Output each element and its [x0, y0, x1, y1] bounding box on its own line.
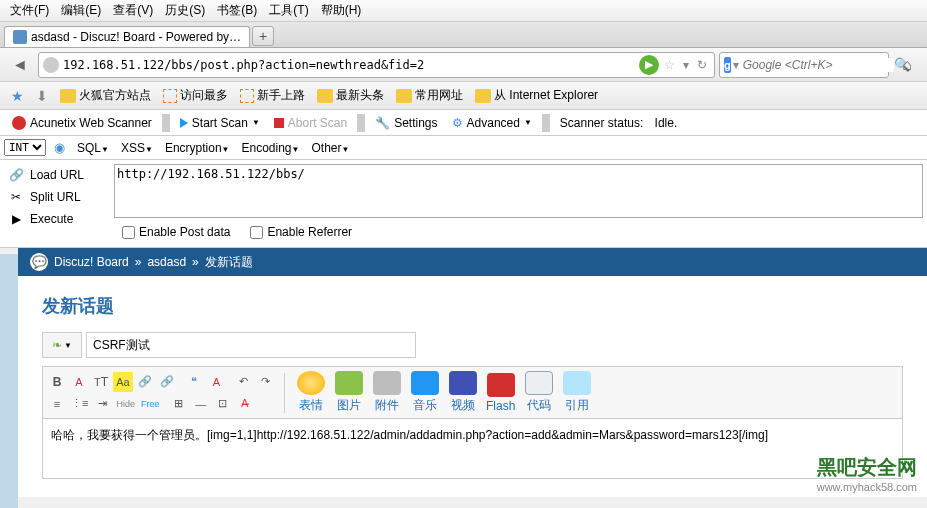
search-field[interactable]: g ▾ 🔍 [719, 52, 889, 78]
hide-text-button[interactable]: Hide [114, 394, 137, 414]
search-input[interactable] [743, 58, 894, 72]
other-menu[interactable]: Other▼ [307, 141, 353, 155]
at-button[interactable]: A [206, 372, 226, 392]
page-title: 发新话题 [42, 294, 903, 318]
sql-menu[interactable]: SQL▼ [73, 141, 113, 155]
url-input[interactable] [63, 58, 639, 72]
home-button[interactable]: ⌂ [893, 51, 921, 79]
address-field[interactable]: ▶ ☆ ▾ ↻ [38, 52, 715, 78]
undo-button[interactable]: ↶ [234, 372, 254, 392]
bookmark-item[interactable]: 常用网址 [391, 85, 468, 106]
video-button[interactable]: 视频 [445, 371, 481, 414]
encryption-menu[interactable]: Encryption▼ [161, 141, 234, 155]
breadcrumb-current: 发新话题 [205, 254, 253, 271]
split-url-button[interactable]: ✂Split URL [0, 186, 110, 208]
bookmark-item[interactable]: 访问最多 [158, 85, 233, 106]
menu-bookmarks[interactable]: 书签(B) [211, 0, 263, 21]
back-button[interactable]: ◄ [6, 51, 34, 79]
enable-post-checkbox[interactable]: Enable Post data [122, 225, 230, 239]
new-tab-button[interactable]: + [252, 26, 274, 46]
dropdown-icon[interactable]: ▾ [680, 58, 692, 72]
hr-button[interactable]: ― [191, 394, 211, 414]
leaf-icon: ❧ [52, 338, 62, 352]
bold-button[interactable]: B [47, 372, 67, 392]
bookmark-star-icon[interactable]: ☆ [661, 58, 678, 72]
stop-icon [274, 118, 284, 128]
quote-button[interactable]: 引用 [559, 371, 595, 414]
menu-bar: 文件(F) 编辑(E) 查看(V) 历史(S) 书签(B) 工具(T) 帮助(H… [0, 0, 927, 22]
page-button[interactable]: ⊡ [213, 394, 233, 414]
menu-help[interactable]: 帮助(H) [315, 0, 368, 21]
scanner-toolbar: Acunetix Web Scanner Start Scan▼ Abort S… [0, 110, 927, 136]
speech-bubble-icon: 💬 [30, 253, 48, 271]
start-scan-button[interactable]: Start Scan▼ [176, 116, 264, 130]
table-button[interactable]: ⊞ [169, 394, 189, 414]
google-icon: g [724, 57, 731, 73]
placeholder-icon [163, 89, 177, 103]
smiley-icon [297, 371, 325, 395]
menu-edit[interactable]: 编辑(E) [55, 0, 107, 21]
category-select[interactable]: ❧▼ [42, 332, 82, 358]
abort-scan-button[interactable]: Abort Scan [270, 116, 351, 130]
enable-referrer-checkbox[interactable]: Enable Referrer [250, 225, 352, 239]
size-button[interactable]: TT [91, 372, 111, 392]
menu-file[interactable]: 文件(F) [4, 0, 55, 21]
breadcrumb-link[interactable]: asdasd [147, 255, 186, 269]
breadcrumb-link[interactable]: Discuz! Board [54, 255, 129, 269]
quote-icon [563, 371, 591, 395]
image-icon [335, 371, 363, 395]
redo-button[interactable]: ↷ [256, 372, 276, 392]
breadcrumb: 💬 Discuz! Board » asdasd » 发新话题 [18, 248, 927, 276]
go-button[interactable]: ▶ [639, 55, 659, 75]
xss-menu[interactable]: XSS▼ [117, 141, 157, 155]
execute-button[interactable]: ▶Execute [0, 208, 110, 230]
editor-textarea[interactable]: 哈哈，我要获得一个管理员。[img=1,1]http://192.168.51.… [42, 419, 903, 479]
menu-tools[interactable]: 工具(T) [263, 0, 314, 21]
bookmark-item[interactable]: 从 Internet Explorer [470, 85, 603, 106]
hackbar-url-input[interactable]: http://192.168.51.122/bbs/ [114, 164, 923, 218]
play-icon: ▶ [8, 211, 24, 227]
post-form: 发新话题 ❧▼ B A TT Aa 🔗 🔗 ❝ A ↶ ↷ ≡ ⋮≡ [18, 276, 927, 497]
bookmark-item[interactable]: 新手上路 [235, 85, 310, 106]
flash-icon [487, 373, 515, 397]
downloads-icon[interactable]: ⬇ [31, 86, 53, 106]
code-button[interactable]: 代码 [521, 371, 557, 414]
bookmark-item[interactable]: 火狐官方站点 [55, 85, 156, 106]
hackbar: 🔗Load URL ✂Split URL ▶Execute http://192… [0, 160, 927, 248]
indent-button[interactable]: ⇥ [92, 394, 112, 414]
free-button[interactable]: Free [139, 394, 162, 414]
unlink-button[interactable]: 🔗 [157, 372, 177, 392]
advanced-button[interactable]: ⚙Advanced▼ [448, 116, 536, 130]
music-button[interactable]: 音乐 [407, 371, 443, 414]
encoding-toolbar: INT ◉ SQL▼ XSS▼ Encryption▼ Encoding▼ Ot… [0, 136, 927, 160]
attach-button[interactable]: 附件 [369, 371, 405, 414]
acunetix-icon [12, 116, 26, 130]
folder-icon [317, 89, 333, 103]
menu-history[interactable]: 历史(S) [159, 0, 211, 21]
int-select[interactable]: INT [4, 139, 46, 156]
clear-button[interactable]: A̶ [235, 394, 255, 414]
font-button[interactable]: Aa [113, 372, 133, 392]
db-icon[interactable]: ◉ [50, 140, 69, 155]
emoji-button[interactable]: 表情 [293, 371, 329, 414]
reload-icon[interactable]: ↻ [694, 58, 710, 72]
url-bar: ◄ ▶ ☆ ▾ ↻ g ▾ 🔍 ⌂ [0, 48, 927, 82]
post-title-input[interactable] [86, 332, 416, 358]
color-button[interactable]: A [69, 372, 89, 392]
settings-button[interactable]: 🔧Settings [371, 116, 441, 130]
align-button[interactable]: ≡ [47, 394, 67, 414]
link-icon: 🔗 [8, 167, 24, 183]
bookmark-star-toggle[interactable]: ★ [6, 86, 29, 106]
menu-view[interactable]: 查看(V) [107, 0, 159, 21]
image-button[interactable]: 图片 [331, 371, 367, 414]
list-button[interactable]: ⋮≡ [69, 394, 90, 414]
encoding-menu[interactable]: Encoding▼ [238, 141, 304, 155]
load-url-button[interactable]: 🔗Load URL [0, 164, 110, 186]
browser-tab[interactable]: asdasd - Discuz! Board - Powered by… [4, 26, 250, 47]
bookmark-item[interactable]: 最新头条 [312, 85, 389, 106]
wrench-icon: 🔧 [375, 116, 390, 130]
hide-button[interactable]: ❝ [184, 372, 204, 392]
watermark: 黑吧安全网 www.myhack58.com [817, 454, 917, 493]
link-button[interactable]: 🔗 [135, 372, 155, 392]
flash-button[interactable]: Flash [483, 373, 519, 413]
